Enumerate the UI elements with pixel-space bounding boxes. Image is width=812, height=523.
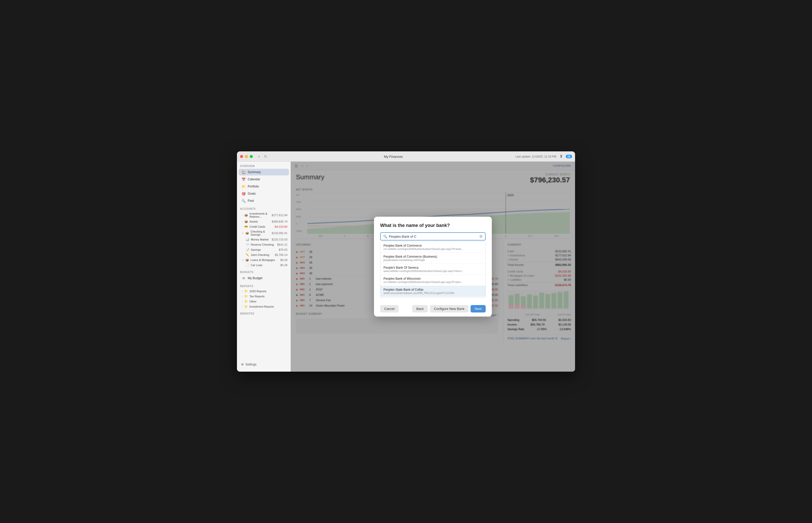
result-item-peoples-bank-kankakee[interactable]: Peoples Bank of Kankakee County web6.sec… <box>380 297 485 298</box>
sidebar-account-credit-cards[interactable]: › 💳 Credit Cards -$4,310.80 <box>237 224 290 229</box>
chevron-down-icon-2: ∨ <box>242 259 244 261</box>
summary-icon: 🏠 <box>241 170 246 174</box>
reserve-checking-value: $541.21 <box>277 243 287 246</box>
savings-icon: 📝 <box>246 248 249 252</box>
sidebar-item-goals[interactable]: 🎯 Goals <box>238 190 289 197</box>
bank-search-input[interactable] <box>389 235 478 238</box>
sidebar-account-2020-reports[interactable]: › 📁 2020 Reports <box>237 289 290 294</box>
credit-cards-icon: 💳 <box>245 225 248 229</box>
car-loan-label: Car Loan <box>251 264 279 267</box>
result-item-peoples-bank-commerce[interactable]: Peoples Bank of Commerce cm.netteller.co… <box>380 242 485 253</box>
search-results-list: Peoples Bank of Commerce cm.netteller.co… <box>380 241 486 298</box>
checking-value: $132,092.41 <box>272 232 287 235</box>
configure-new-bank-button[interactable]: Configure New Bank <box>430 305 469 312</box>
sidebar-account-money-market[interactable]: 📊 Money Market $125,715.03 <box>237 237 290 242</box>
back-button[interactable]: Back <box>412 305 428 312</box>
sidebar-account-tax-reports[interactable]: › 📁 Tax Reports <box>237 294 290 299</box>
chevron-investment-reports: › <box>242 305 243 308</box>
result-url: www.netteller.com/login2008/Authenticati… <box>383 270 482 272</box>
money-market-value: $125,715.03 <box>272 238 287 241</box>
result-name: Peoples Bank of Wisconsin <box>383 277 482 281</box>
sidebar-account-car-loan[interactable]: 📄 Car Loan $0.28 <box>237 263 290 268</box>
investments-value: $177,612.94 <box>272 214 287 217</box>
reserve-checking-icon: 🛡 <box>246 243 249 247</box>
result-item-peoples-state-bank-colfax[interactable]: Peoples State Bank of Colfax web6.secure… <box>380 286 485 297</box>
sidebar-account-savings[interactable]: 📝 Savings $76.03 <box>237 247 290 252</box>
dialog-body: What is the name of your bank? 🔍 ⊗ Peopl… <box>374 217 492 302</box>
reports-2020-label: 2020 Reports <box>250 290 287 293</box>
refresh-button[interactable]: ↻ <box>263 154 268 159</box>
notification-badge[interactable]: 28 <box>566 155 572 158</box>
chevron-right-icon-2: › <box>242 220 243 223</box>
my-budget-label: My Budget <box>248 276 286 280</box>
car-loan-value: $0.28 <box>280 264 287 267</box>
calendar-icon: 📅 <box>241 177 246 181</box>
sidebar-account-checking-savings[interactable]: ∨ 📦 Checking & Savings $132,092.41 <box>237 229 290 237</box>
checking-icon: 📦 <box>246 231 249 235</box>
search-clear-icon[interactable]: ⊗ <box>479 234 483 238</box>
reports-section-label: Reports <box>237 282 290 289</box>
other-icon: 📁 <box>245 300 248 303</box>
settings-label: Settings <box>246 363 256 366</box>
close-button[interactable] <box>240 155 243 158</box>
result-item-peoples-bank-commerce-business[interactable]: Peoples Bank of Commerce (Business) peop… <box>380 253 485 264</box>
result-name: Peoples State Bank of Colfax <box>383 288 482 291</box>
add-button[interactable]: + <box>257 154 261 159</box>
sidebar-item-my-budget[interactable]: ✉ My Budget <box>238 275 289 282</box>
sidebar-account-investments[interactable]: › 📦 Investments & Retirem... $177,612.94 <box>237 211 290 219</box>
sidebar-label-summary: Summary <box>248 170 286 174</box>
sidebar-label-goals: Goals <box>248 192 286 195</box>
last-update-label: Last update: 11/18/20, 11:18 PM <box>516 155 556 158</box>
investments-label: Investments & Retirem... <box>250 212 270 218</box>
money-market-label: Money Market <box>251 238 270 241</box>
minimize-button[interactable] <box>245 155 248 158</box>
sidebar-item-calendar[interactable]: 📅 Calendar <box>238 176 289 183</box>
dialog-overlay: What is the name of your bank? 🔍 ⊗ Peopl… <box>291 162 575 372</box>
result-url: cm.netteller.com/login2008/Authenticatio… <box>383 281 482 284</box>
loans-icon: 📦 <box>246 258 249 262</box>
sidebar: OVERVIEW 🏠 Summary 📅 Calendar 📁 Portfoli… <box>237 162 291 372</box>
content-area: ||| ‹ › CONFIGURE Summary CURRENT WORTH … <box>291 162 575 372</box>
maximize-button[interactable] <box>250 155 253 158</box>
result-url: cm.netteller.com/login2008/Authenticatio… <box>383 248 482 251</box>
sidebar-account-loans-mortgages[interactable]: ∨ 📦 Loans & Mortgages $0.28 <box>237 257 290 263</box>
traffic-lights <box>240 155 253 158</box>
next-button[interactable]: Next <box>471 305 486 312</box>
investments-icon: 📦 <box>245 213 248 217</box>
result-url: web6.secureinternetbank.com/PBI_PBI1151/… <box>383 292 482 294</box>
tax-reports-label: Tax Reports <box>250 295 287 298</box>
result-item-peoples-bank-wisconsin[interactable]: Peoples Bank of Wisconsin cm.netteller.c… <box>380 275 485 286</box>
sidebar-account-other[interactable]: › 📁 Other <box>237 299 290 304</box>
investment-reports-icon: 📁 <box>245 305 248 308</box>
result-item-peoples-bank-seneca[interactable]: People's Bank Of Seneca www.netteller.co… <box>380 264 485 275</box>
titlebar-right: Last update: 11/18/20, 11:18 PM ⬆ 28 <box>516 154 572 159</box>
settings-button[interactable]: ⚙ Settings <box>239 361 288 367</box>
upload-icon[interactable]: ⬆ <box>559 154 563 159</box>
sidebar-account-reserve-checking[interactable]: 🛡 Reserve Checking $541.21 <box>237 242 290 247</box>
sidebar-account-joint-checking[interactable]: ✏️ Joint Checking $5,760.14 <box>237 252 290 257</box>
accounts-section-label: Accounts <box>237 204 290 211</box>
search-field-wrapper: 🔍 ⊗ <box>380 232 486 240</box>
chevron-other: › <box>242 300 243 303</box>
goals-icon: 🎯 <box>241 192 246 196</box>
sidebar-label-portfolio: Portfolio <box>248 185 286 188</box>
dialog-footer-right: Back Configure New Bank Next <box>412 305 486 312</box>
sidebar-item-find[interactable]: 🔍 Find <box>238 197 289 204</box>
sidebar-item-summary[interactable]: 🏠 Summary <box>238 169 289 176</box>
other-label: Other <box>250 300 287 303</box>
reserve-checking-label: Reserve Checking <box>251 243 276 246</box>
car-loan-icon: 📄 <box>246 263 249 267</box>
loans-value: $0.28 <box>280 258 287 262</box>
reports-2020-icon: 📁 <box>245 289 248 293</box>
sidebar-account-investment-reports[interactable]: › 📁 Investment Reports <box>237 304 290 309</box>
bank-name-dialog: What is the name of your bank? 🔍 ⊗ Peopl… <box>374 217 492 317</box>
sidebar-account-assets[interactable]: › 📦 Assets $490,835.74 <box>237 219 290 224</box>
sidebar-label-find: Find <box>248 199 286 203</box>
joint-checking-label: Joint Checking <box>251 253 273 256</box>
chevron-right-icon-3: › <box>242 226 243 228</box>
result-url: peoplesbank.myebanking.net/#/login <box>383 259 482 262</box>
investment-reports-label: Investment Reports <box>250 305 287 308</box>
cancel-button[interactable]: Cancel <box>380 305 399 312</box>
result-name: Peoples Bank of Commerce (Business) <box>383 255 482 258</box>
sidebar-item-portfolio[interactable]: 📁 Portfolio <box>238 183 289 190</box>
